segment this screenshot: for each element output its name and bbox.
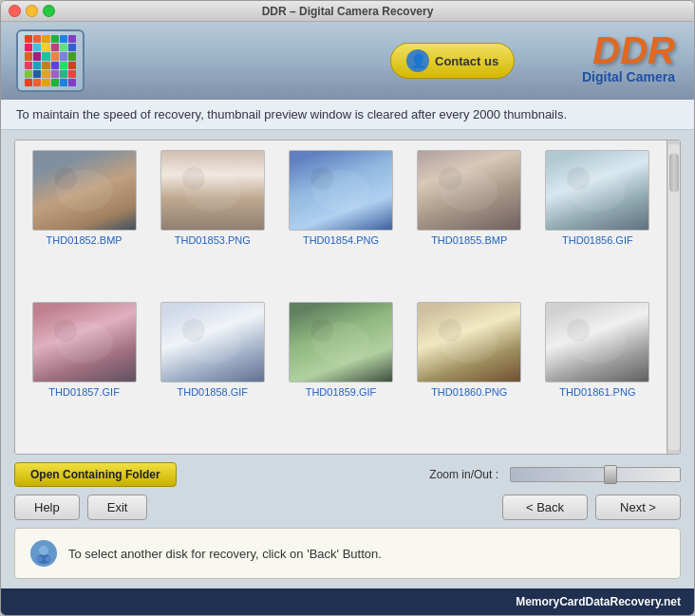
mosaic-cell xyxy=(68,35,76,43)
mosaic-cell xyxy=(60,35,67,43)
help-button[interactable]: Help xyxy=(14,495,80,520)
zoom-slider[interactable] xyxy=(510,467,681,482)
thumbnail-image xyxy=(417,302,521,383)
scroll-track[interactable] xyxy=(668,144,680,450)
mosaic-cell xyxy=(33,79,41,86)
thumbnail-label: THD01859.GIF xyxy=(306,386,377,398)
thumbnail-area: THD01852.BMP THD01853.PNG THD01854.PNG T… xyxy=(14,140,681,455)
thumbnail-item[interactable]: THD01854.PNG xyxy=(281,150,400,292)
svg-point-24 xyxy=(45,556,52,562)
brand-sub-text: Digital Camera xyxy=(582,69,675,84)
svg-point-9 xyxy=(567,167,590,190)
controls-row: Open Containing Folder Zoom in/Out : xyxy=(14,462,681,487)
thumbnail-label: THD01861.PNG xyxy=(559,386,635,398)
mosaic-cell xyxy=(68,70,76,78)
thumbnail-image xyxy=(32,150,137,231)
mosaic-cell xyxy=(33,35,41,43)
footer: MemoryCardDataRecovery.net xyxy=(1,588,694,615)
mosaic-cell xyxy=(51,62,59,69)
mosaic-cell xyxy=(25,44,32,51)
logo-mosaic xyxy=(25,35,76,86)
thumbnail-item[interactable]: THD01853.PNG xyxy=(153,150,272,292)
logo-box xyxy=(16,29,85,92)
thumbnail-image xyxy=(417,150,521,231)
thumbnail-label: THD01856.GIF xyxy=(562,234,633,246)
thumbnail-item[interactable]: THD01861.PNG xyxy=(538,302,657,444)
svg-point-7 xyxy=(439,167,461,190)
thumbnail-label: THD01852.BMP xyxy=(47,234,122,246)
mosaic-cell xyxy=(33,70,41,78)
status-box: To select another disk for recovery, cli… xyxy=(14,528,681,579)
svg-point-17 xyxy=(439,319,461,342)
mosaic-cell xyxy=(25,79,32,86)
thumbnail-item[interactable]: THD01856.GIF xyxy=(538,150,657,292)
svg-point-19 xyxy=(567,319,590,342)
mosaic-cell xyxy=(42,79,49,86)
footer-text: MemoryCardDataRecovery.net xyxy=(516,595,681,608)
thumbnail-label: THD01857.GIF xyxy=(48,386,120,398)
mosaic-cell xyxy=(25,52,32,60)
back-button[interactable]: < Back xyxy=(502,495,588,520)
scroll-thumb[interactable] xyxy=(669,154,679,192)
zoom-label: Zoom in/Out : xyxy=(429,468,498,481)
open-folder-button[interactable]: Open Containing Folder xyxy=(14,462,177,487)
next-button[interactable]: Next > xyxy=(595,495,681,520)
mosaic-cell xyxy=(33,62,41,69)
title-bar: DDR – Digital Camera Recovery xyxy=(1,1,694,22)
scrollbar[interactable] xyxy=(667,140,680,454)
thumbnail-image xyxy=(289,302,393,383)
mosaic-cell xyxy=(68,62,76,69)
thumbnail-image xyxy=(160,150,265,231)
info-bar: To maintain the speed of recovery, thumb… xyxy=(1,100,694,130)
brand-area: DDR Digital Camera xyxy=(582,31,675,84)
svg-point-15 xyxy=(310,319,333,342)
mosaic-cell xyxy=(68,44,76,51)
thumbnail-item[interactable]: THD01860.PNG xyxy=(410,302,529,444)
svg-point-23 xyxy=(35,556,43,562)
thumbnail-item[interactable]: THD01855.BMP xyxy=(410,150,529,292)
svg-point-5 xyxy=(310,167,333,190)
maximize-button[interactable] xyxy=(43,5,55,17)
mosaic-cell xyxy=(68,52,76,60)
mosaic-cell xyxy=(42,70,49,78)
zoom-slider-container xyxy=(510,467,681,482)
minimize-button[interactable] xyxy=(26,5,38,17)
thumbnail-label: THD01860.PNG xyxy=(431,386,507,398)
app-window: DDR – Digital Camera Recovery 👤 Contact … xyxy=(0,0,695,616)
window-title: DDR – Digital Camera Recovery xyxy=(262,5,434,18)
main-content: THD01852.BMP THD01853.PNG THD01854.PNG T… xyxy=(1,130,694,588)
thumbnail-image xyxy=(32,302,137,383)
thumbnail-item[interactable]: THD01857.GIF xyxy=(25,302,143,444)
mosaic-cell xyxy=(60,44,67,51)
window-controls xyxy=(9,5,55,17)
contact-label: Contact us xyxy=(435,54,498,68)
bottom-buttons: Help Exit < Back Next > xyxy=(14,495,681,520)
thumbnail-item[interactable]: THD01852.BMP xyxy=(25,150,143,292)
mosaic-cell xyxy=(60,70,67,78)
thumbnail-item[interactable]: THD01859.GIF xyxy=(281,302,400,444)
thumbnail-image xyxy=(545,150,649,231)
close-button[interactable] xyxy=(9,5,21,17)
thumbnail-image xyxy=(289,150,393,231)
thumbnail-label: THD01854.PNG xyxy=(303,234,379,246)
mosaic-cell xyxy=(25,70,32,78)
mosaic-cell xyxy=(51,44,59,51)
status-text: To select another disk for recovery, cli… xyxy=(68,547,382,561)
app-header: 👤 Contact us DDR Digital Camera xyxy=(1,22,694,100)
mosaic-cell xyxy=(60,79,67,86)
info-text: To maintain the speed of recovery, thumb… xyxy=(16,107,567,121)
mosaic-cell xyxy=(68,79,76,86)
contact-button[interactable]: 👤 Contact us xyxy=(390,43,515,79)
mosaic-cell xyxy=(51,70,59,78)
thumbnail-label: THD01853.PNG xyxy=(175,234,251,246)
mosaic-cell xyxy=(42,44,49,51)
status-icon xyxy=(28,538,59,569)
thumbnail-label: THD01858.GIF xyxy=(177,386,248,398)
thumbnail-grid: THD01852.BMP THD01853.PNG THD01854.PNG T… xyxy=(15,140,667,454)
svg-point-11 xyxy=(54,319,77,342)
mosaic-cell xyxy=(33,44,41,51)
mosaic-cell xyxy=(25,35,32,43)
brand-ddr-text: DDR xyxy=(582,31,675,69)
thumbnail-item[interactable]: THD01858.GIF xyxy=(153,302,272,444)
exit-button[interactable]: Exit xyxy=(87,495,148,520)
